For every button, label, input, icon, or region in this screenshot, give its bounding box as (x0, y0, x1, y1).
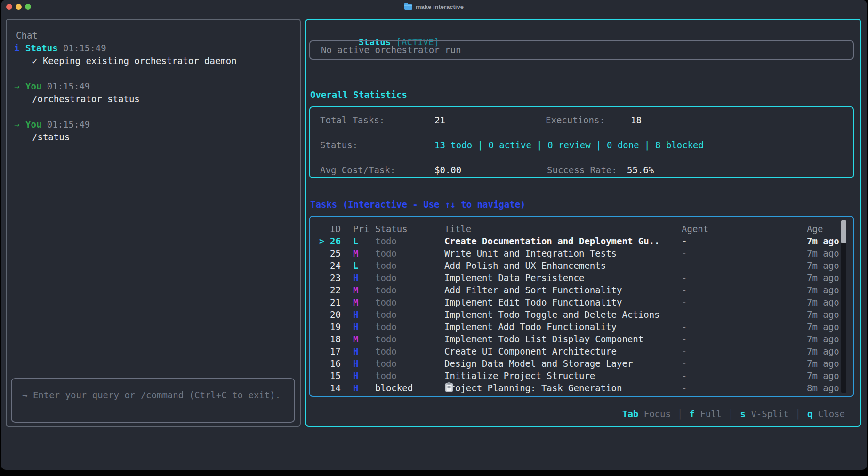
task-row[interactable]: 16 H todo Design Data Model and Storage … (310, 357, 853, 370)
task-status: todo (375, 345, 397, 357)
success-rate-label: Success Rate: (547, 164, 617, 176)
task-age: 8m ago (807, 382, 839, 394)
hint-separator: │ (677, 409, 683, 419)
orchestrator-panel: Status [ACTIVE] No active orchestrator r… (305, 19, 861, 427)
orchestrator-run-box: No active orchestrator run (309, 40, 854, 60)
task-status: todo (375, 296, 397, 308)
folder-icon (404, 4, 412, 10)
task-age: 7m ago (807, 345, 839, 357)
task-status: todo (375, 259, 397, 272)
selected-row-marker: > (319, 235, 324, 247)
stats-row-cost: Avg Cost/Task: $0.00 Success Rate: 55.6% (310, 164, 853, 176)
task-priority: H (353, 382, 358, 394)
terminal-window: make interactive Chat iStatus 01:15:49 ✓… (1, 0, 867, 470)
task-row[interactable]: > 26 L todo Create Documentation and Dep… (310, 235, 853, 247)
task-age: 7m ago (807, 259, 839, 272)
task-agent: - (682, 333, 687, 345)
hint-label-full: Full (695, 409, 722, 419)
task-agent: - (682, 296, 687, 308)
chat-message-header: →You 01:15:49 (14, 118, 292, 131)
task-row[interactable]: 25 M todo Write Unit and Integration Tes… (310, 247, 853, 259)
task-age: 7m ago (807, 357, 839, 370)
task-title: Create UI Component Architecture (444, 345, 617, 357)
task-id: 25 (330, 247, 341, 259)
chat-message-time: 01:15:49 (47, 81, 90, 91)
chat-message-time: 01:15:49 (63, 43, 106, 53)
task-priority: M (353, 247, 358, 259)
task-agent: - (682, 357, 687, 370)
task-id: 18 (330, 333, 341, 345)
task-title: Write Unit and Integration Tests (444, 247, 617, 259)
task-agent: - (682, 235, 687, 247)
chat-message-text: /orchestrator status (14, 93, 292, 105)
hint-separator: │ (795, 409, 800, 419)
task-age: 7m ago (807, 370, 839, 382)
task-row[interactable]: 19 H todo Implement Add Todo Functionali… (310, 321, 853, 333)
task-id: 26 (330, 235, 341, 247)
task-id: 19 (330, 321, 341, 333)
task-agent: - (682, 321, 687, 333)
task-id: 14 (330, 382, 341, 394)
task-priority: H (353, 308, 358, 321)
task-agent: - (682, 308, 687, 321)
chat-input-placeholder: → Enter your query or /command (Ctrl+C t… (22, 389, 281, 402)
executions-value: 18 (631, 114, 642, 126)
hint-key-close: q (807, 409, 812, 419)
task-title: Add Polish and UX Enhancements (444, 259, 606, 272)
col-title: Title (444, 223, 471, 235)
chat-panel: Chat iStatus 01:15:49 ✓ Keeping existing… (6, 19, 301, 427)
hint-key-v-split: s (740, 409, 745, 419)
overall-statistics-box: Total Tasks: 21 Executions: 18 Status: 1… (309, 106, 854, 178)
task-status: blocked (375, 382, 413, 394)
task-priority: L (353, 235, 358, 247)
task-title: Implement Add Todo Functionality (444, 321, 617, 333)
task-id: 21 (330, 296, 341, 308)
task-priority: H (353, 370, 358, 382)
task-row[interactable]: 14 H blocked Project Planning: Task Gene… (310, 382, 853, 394)
window-titlebar: make interactive (1, 0, 867, 13)
col-id: ID (330, 223, 341, 235)
task-row[interactable]: 22 M todo Add Filter and Sort Functional… (310, 284, 853, 296)
task-age: 7m ago (807, 235, 839, 247)
task-priority: M (353, 284, 358, 296)
task-agent: - (682, 284, 687, 296)
task-row[interactable]: 17 H todo Create UI Component Architectu… (310, 345, 853, 357)
task-id: 20 (330, 308, 341, 321)
chat-message-log: iStatus 01:15:49 ✓ Keeping existing orch… (14, 42, 292, 144)
task-row[interactable]: 23 H todo Implement Data Persistence - 7… (310, 272, 853, 284)
task-row[interactable]: 15 H todo Initialize Project Structure -… (310, 370, 853, 382)
task-row[interactable]: 18 M todo Implement Todo List Display Co… (310, 333, 853, 345)
chat-message-icon: → (14, 118, 25, 131)
task-row[interactable]: 24 L todo Add Polish and UX Enhancements… (310, 259, 853, 272)
status-breakdown-value: 13 todo | 0 active | 0 review | 0 done |… (434, 139, 704, 151)
task-title: Implement Todo Toggle and Delete Actions (444, 308, 660, 321)
total-tasks-label: Total Tasks: (320, 114, 385, 126)
task-agent: - (682, 370, 687, 382)
tasks-scrollbar-thumb[interactable] (841, 220, 846, 243)
chat-input[interactable]: → Enter your query or /command (Ctrl+C t… (11, 378, 295, 423)
chat-message-time: 01:15:49 (47, 119, 90, 129)
task-age: 7m ago (807, 296, 839, 308)
desktop: make interactive Chat iStatus 01:15:49 ✓… (0, 0, 868, 476)
task-title: Design Data Model and Storage Layer (444, 357, 633, 370)
task-row[interactable]: 20 H todo Implement Todo Toggle and Dele… (310, 308, 853, 321)
task-status: todo (375, 321, 397, 333)
hint-key-full: f (689, 409, 694, 419)
task-status: todo (375, 272, 397, 284)
task-row[interactable]: 21 M todo Implement Edit Todo Functional… (310, 296, 853, 308)
col-age: Age (807, 223, 823, 235)
chat-message-header: →You 01:15:49 (14, 80, 292, 93)
executions-label: Executions: (546, 114, 605, 126)
tasks-table-body: > 26 L todo Create Documentation and Dep… (310, 235, 853, 394)
chat-message-text: /status (14, 131, 292, 144)
task-status: todo (375, 357, 397, 370)
task-status: todo (375, 284, 397, 296)
tasks-scrollbar[interactable] (841, 220, 846, 393)
task-age: 7m ago (807, 247, 839, 259)
task-title: Implement Edit Todo Functionality (444, 296, 622, 308)
task-title: Implement Todo List Display Component (444, 333, 643, 345)
chat-message-icon: → (14, 80, 25, 93)
task-title: Add Filter and Sort Functionality (444, 284, 622, 296)
chat-message-sender: You (25, 119, 41, 129)
window-title: make interactive (416, 3, 464, 10)
